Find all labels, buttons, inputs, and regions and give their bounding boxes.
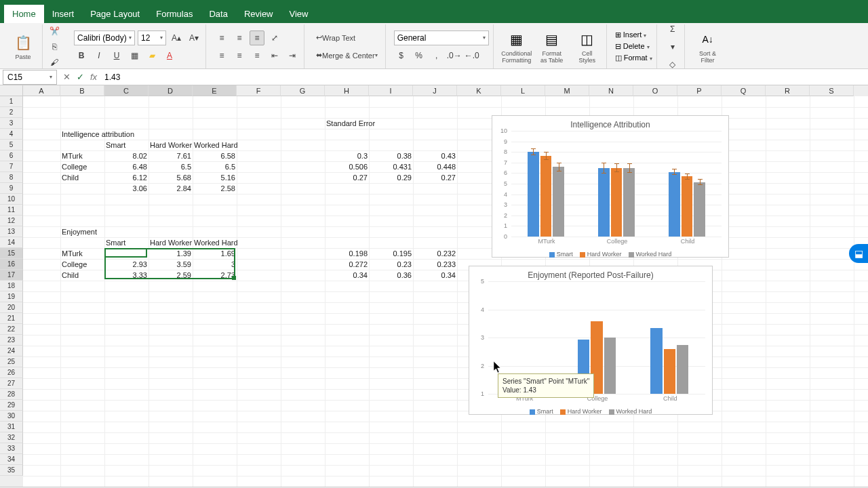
cell-B15[interactable]: MTurk — [60, 248, 84, 259]
cell-C7[interactable]: 6.48 — [104, 161, 149, 172]
orientation-icon[interactable]: ⤢ — [267, 30, 282, 45]
accept-formula-icon[interactable]: ✓ — [73, 72, 87, 82]
cell-C17[interactable]: 3.33 — [104, 270, 149, 281]
cell-D7[interactable]: 6.5 — [149, 161, 193, 172]
fill-icon[interactable]: ▾ — [665, 39, 680, 54]
cell-H6[interactable]: 0.3 — [325, 150, 369, 161]
cell-H8[interactable]: 0.27 — [325, 172, 369, 183]
cell-B7[interactable]: College — [60, 161, 88, 172]
cell-J16[interactable]: 0.233 — [413, 259, 457, 270]
cell-J17[interactable]: 0.34 — [413, 270, 457, 281]
copy-icon[interactable]: ⎘ — [47, 40, 62, 53]
insert-cells-button[interactable]: ⊞ Insert ▾ — [615, 30, 647, 39]
cell-D17[interactable]: 2.59 — [149, 270, 193, 281]
cell-D8[interactable]: 5.68 — [149, 172, 193, 183]
wrap-text-button[interactable]: ↩ Wrap Text — [313, 30, 359, 45]
cell-E15[interactable]: 1.69 — [193, 248, 237, 259]
name-box[interactable]: C15▾ — [3, 70, 57, 85]
cell-I16[interactable]: 0.23 — [369, 259, 413, 270]
cell-I7[interactable]: 0.431 — [369, 161, 413, 172]
cell-D6[interactable]: 7.61 — [149, 150, 193, 161]
cell-B13[interactable]: Enjoyment — [60, 226, 98, 237]
ribbon-tab-data[interactable]: Data — [201, 5, 235, 23]
format-cells-button[interactable]: ◫ Format ▾ — [615, 54, 652, 62]
bold-button[interactable]: B — [74, 48, 89, 63]
cell-B8[interactable]: Child — [60, 172, 80, 183]
underline-button[interactable]: U — [109, 48, 124, 63]
cell-C9[interactable]: 3.06 — [104, 183, 149, 194]
number-format-select[interactable]: General▾ — [394, 30, 489, 45]
cell-J7[interactable]: 0.448 — [413, 161, 457, 172]
align-bottom-icon[interactable]: ≡ — [250, 30, 264, 45]
chart-intelligence-attribution[interactable]: Intelligence Attribution012345678910MTur… — [492, 115, 729, 258]
ribbon-tab-insert[interactable]: Insert — [44, 5, 83, 23]
cell-D5[interactable]: Hard Worker — [149, 140, 193, 150]
cell-J8[interactable]: 0.27 — [413, 172, 457, 183]
cell-E7[interactable]: 6.5 — [193, 161, 237, 172]
cell-E17[interactable]: 2.73 — [193, 270, 237, 281]
cell-E5[interactable]: Worked Hard — [193, 140, 239, 150]
cell-C15[interactable]: 1.43 — [104, 248, 149, 259]
cell-C5[interactable]: Smart — [104, 140, 127, 150]
align-top-icon[interactable]: ≡ — [214, 30, 229, 45]
font-size-select[interactable]: 12▾ — [138, 30, 166, 45]
select-all-corner[interactable] — [0, 85, 23, 96]
cell-C14[interactable]: Smart — [104, 237, 127, 248]
cell-E8[interactable]: 5.16 — [193, 172, 237, 183]
fx-icon[interactable]: fx — [87, 72, 100, 82]
sort-filter-button[interactable]: A↓Sort & Filter — [693, 30, 723, 64]
ribbon-tab-page-layout[interactable]: Page Layout — [82, 5, 148, 23]
font-name-select[interactable]: Calibri (Body)▾ — [74, 30, 135, 45]
ribbon-tab-formulas[interactable]: Formulas — [148, 5, 201, 23]
currency-icon[interactable]: $ — [394, 48, 409, 63]
cell-J6[interactable]: 0.43 — [413, 150, 457, 161]
cell-C8[interactable]: 6.12 — [104, 172, 149, 183]
cell-I17[interactable]: 0.36 — [369, 270, 413, 281]
cell-styles-button[interactable]: ◫Cell Styles — [572, 30, 602, 64]
format-painter-icon[interactable]: 🖌 — [47, 56, 62, 68]
increase-decimal-icon[interactable]: .0→ — [447, 48, 462, 63]
cell-I6[interactable]: 0.38 — [369, 150, 413, 161]
decrease-font-icon[interactable]: A▾ — [186, 30, 201, 45]
ribbon-tab-home[interactable]: Home — [4, 5, 44, 23]
cell-J15[interactable]: 0.232 — [413, 248, 457, 259]
conditional-formatting-button[interactable]: ▦Conditional Formatting — [502, 30, 532, 64]
clear-icon[interactable]: ◇ — [665, 57, 680, 72]
ribbon-tab-view[interactable]: View — [281, 5, 317, 23]
decrease-decimal-icon[interactable]: ←.0 — [465, 48, 479, 63]
align-middle-icon[interactable]: ≡ — [232, 30, 247, 45]
cell-C6[interactable]: 8.02 — [104, 150, 149, 161]
cell-D9[interactable]: 2.84 — [149, 183, 193, 194]
increase-font-icon[interactable]: A▴ — [169, 30, 184, 45]
cell-H16[interactable]: 0.272 — [325, 259, 369, 270]
border-button[interactable]: ▦ — [127, 48, 142, 63]
italic-button[interactable]: I — [92, 48, 106, 63]
cancel-formula-icon[interactable]: ✕ — [60, 72, 73, 82]
cell-C16[interactable]: 2.93 — [104, 259, 149, 270]
align-right-icon[interactable]: ≡ — [250, 48, 264, 63]
format-as-table-button[interactable]: ▤Format as Table — [537, 30, 567, 64]
ribbon-tab-review[interactable]: Review — [236, 5, 281, 23]
row-headers[interactable]: 1234567891011121314151617181920212223242… — [0, 96, 23, 487]
cell-I15[interactable]: 0.195 — [369, 248, 413, 259]
cell-D16[interactable]: 3.59 — [149, 259, 193, 270]
formula-input[interactable]: 1.43 — [100, 73, 868, 82]
cell-E9[interactable]: 2.58 — [193, 183, 237, 194]
cell-E16[interactable]: 3 — [193, 259, 237, 270]
percent-icon[interactable]: % — [412, 48, 427, 63]
dropbox-badge-icon[interactable]: ⬓ — [849, 244, 868, 263]
delete-cells-button[interactable]: ⊟ Delete ▾ — [615, 42, 650, 51]
autosum-icon[interactable]: Σ — [665, 22, 680, 37]
cell-E14[interactable]: Worked Hard — [193, 237, 239, 248]
cell-B16[interactable]: College — [60, 259, 88, 270]
fill-color-button[interactable]: ▰ — [144, 48, 159, 63]
cell-E6[interactable]: 6.58 — [193, 150, 237, 161]
cell-B6[interactable]: MTurk — [60, 150, 84, 161]
comma-icon[interactable]: , — [429, 48, 444, 63]
increase-indent-icon[interactable]: ⇥ — [285, 48, 300, 63]
cell-H7[interactable]: 0.506 — [325, 161, 369, 172]
cell-grid[interactable]: Standard ErrorIntelligence attributionSm… — [23, 96, 868, 487]
decrease-indent-icon[interactable]: ⇤ — [267, 48, 282, 63]
cell-D14[interactable]: Hard Worker — [149, 237, 193, 248]
column-headers[interactable]: ABCDEFGHIJKLMNOPQRS — [23, 85, 868, 96]
